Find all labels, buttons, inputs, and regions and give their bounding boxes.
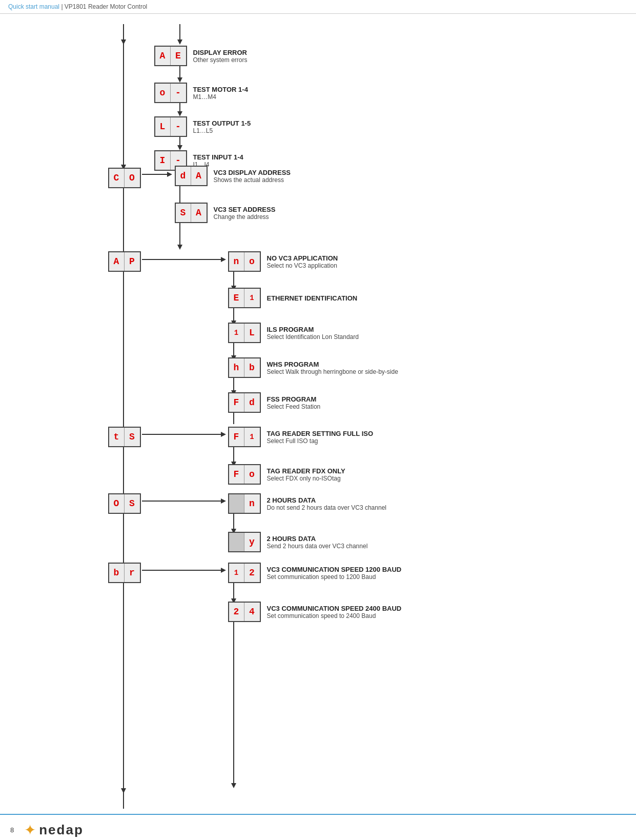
- 2hr-no-row: n 2 HOURS DATA Do not send 2 hours data …: [228, 493, 386, 514]
- fss-title: FSS PROGRAM: [267, 395, 321, 403]
- tag-full-seg: F 1: [228, 427, 261, 447]
- seg-cell-blank1: [229, 494, 244, 513]
- ethernet-row: E 1 ETHERNET IDENTIFICATION: [228, 288, 358, 308]
- seg-cell-2b: 2: [229, 603, 244, 621]
- nedap-brand-text: nedap: [39, 822, 84, 838]
- ts-seg: t S: [108, 427, 141, 447]
- seg-cell-blank2: [229, 533, 244, 551]
- test-output-seg: L -: [154, 116, 187, 137]
- baud2400-label: VC3 COMMUNICATION SPEED 2400 BAUD Set co…: [267, 605, 402, 619]
- nedap-star-icon: ✦: [24, 822, 36, 838]
- ils-title: ILS PROGRAM: [267, 326, 359, 333]
- ethernet-title: ETHERNET IDENTIFICATION: [267, 294, 358, 302]
- seg-cell-t: t: [109, 428, 125, 446]
- tag-fdx-row: F o TAG READER FDX ONLY Select FDX only …: [228, 464, 345, 485]
- tag-fdx-title: TAG READER FDX ONLY: [267, 467, 345, 475]
- co-seg: C O: [108, 168, 141, 188]
- seg-cell-S: S: [176, 204, 191, 222]
- seg-cell-h: h: [229, 358, 244, 377]
- display-error-sub: Other system errors: [193, 56, 248, 64]
- vc3-display-addr-title: VC3 DISPLAY ADDRESS: [214, 169, 291, 176]
- fss-sub: Select Feed Station: [267, 403, 321, 410]
- seg-cell-I: I: [155, 151, 171, 170]
- seg-cell-1d: 1: [229, 564, 244, 582]
- test-motor-label: TEST MOTOR 1-4 M1…M4: [193, 86, 248, 101]
- os-node-row: O S: [108, 493, 141, 514]
- br-node-row: b r: [108, 563, 141, 583]
- 2hr-no-sub: Do not send 2 hours data over VC3 channe…: [267, 504, 386, 511]
- baud2400-row: 2 4 VC3 COMMUNICATION SPEED 2400 BAUD Se…: [228, 602, 402, 622]
- baud2400-sub: Set communication speed to 2400 Baud: [267, 612, 402, 619]
- os-seg: O S: [108, 493, 141, 514]
- ethernet-label: ETHERNET IDENTIFICATION: [267, 294, 358, 302]
- vc3-set-addr-title: VC3 SET ADDRESS: [214, 206, 276, 213]
- vc3-display-addr-seg: d A: [175, 166, 208, 186]
- test-motor-row: o - TEST MOTOR 1-4 M1…M4: [154, 83, 248, 103]
- no-vc3-sub: Select no VC3 application: [267, 262, 338, 269]
- page-number: 8: [10, 826, 14, 834]
- seg-cell-d: d: [244, 393, 260, 412]
- seg-cell-A4: A: [109, 252, 125, 271]
- whs-label: WHS PROGRAM Select Walk through herringb…: [267, 361, 398, 375]
- test-output-label: TEST OUTPUT 1-5 L1…L5: [193, 119, 251, 134]
- test-motor-title: TEST MOTOR 1-4: [193, 86, 248, 93]
- seg-cell-F2: F: [229, 428, 244, 446]
- ethernet-seg: E 1: [228, 288, 261, 308]
- no-vc3-seg: n o: [228, 251, 261, 272]
- 2hr-yes-row: y 2 HOURS DATA Send 2 hours data over VC…: [228, 532, 368, 552]
- fss-label: FSS PROGRAM Select Feed Station: [267, 395, 321, 410]
- seg-cell-A2: A: [191, 167, 207, 185]
- header: Quick start manual | VP1801 Reader Motor…: [0, 0, 636, 14]
- ils-row: 1 L ILS PROGRAM Select Identification Lo…: [228, 323, 359, 343]
- ils-label: ILS PROGRAM Select Identification Lon St…: [267, 326, 359, 341]
- seg-cell-E: E: [171, 47, 186, 65]
- test-output-row: L - TEST OUTPUT 1-5 L1…L5: [154, 116, 251, 137]
- whs-seg: h b: [228, 357, 261, 378]
- main-content: A E DISPLAY ERROR Other system errors o …: [0, 14, 636, 840]
- seg-cell-A: A: [155, 47, 171, 65]
- 2hr-yes-label: 2 HOURS DATA Send 2 hours data over VC3 …: [267, 535, 368, 550]
- seg-cell-dash2: -: [171, 117, 186, 136]
- baud1200-label: VC3 COMMUNICATION SPEED 1200 BAUD Set co…: [267, 566, 402, 581]
- seg-cell-L: L: [155, 117, 171, 136]
- tag-fdx-sub: Select FDX only no-ISOtag: [267, 475, 345, 482]
- vc3-display-addr-row: d A VC3 DISPLAY ADDRESS Shows the actual…: [175, 166, 291, 186]
- header-link[interactable]: Quick start manual: [8, 3, 59, 10]
- vc3-set-addr-row: S A VC3 SET ADDRESS Change the address: [175, 203, 276, 223]
- seg-cell-o2: o: [244, 252, 260, 271]
- baud2400-title: VC3 COMMUNICATION SPEED 2400 BAUD: [267, 605, 402, 612]
- ts-node-row: t S: [108, 427, 141, 447]
- seg-cell-A3: A: [191, 204, 207, 222]
- seg-cell-O: O: [125, 169, 140, 187]
- seg-cell-S2: S: [125, 494, 140, 513]
- seg-cell-1b: 1: [229, 324, 244, 342]
- seg-cell-C: C: [109, 169, 125, 187]
- tag-full-label: TAG READER SETTING FULL ISO Select Full …: [267, 430, 374, 445]
- vc3-set-addr-label: VC3 SET ADDRESS Change the address: [214, 206, 276, 221]
- vc3-display-addr-sub: Shows the actual address: [214, 176, 291, 184]
- tag-full-row: F 1 TAG READER SETTING FULL ISO Select F…: [228, 427, 374, 447]
- tag-fdx-label: TAG READER FDX ONLY Select FDX only no-I…: [267, 467, 345, 482]
- no-vc3-label: NO VC3 APPLICATION Select no VC3 applica…: [267, 254, 338, 269]
- fss-row: F d FSS PROGRAM Select Feed Station: [228, 392, 321, 413]
- seg-cell-b: b: [109, 564, 125, 582]
- seg-cell-F: F: [229, 393, 244, 412]
- seg-cell-1c: 1: [244, 428, 260, 446]
- co-node-row: C O: [108, 168, 141, 188]
- display-error-label: DISPLAY ERROR Other system errors: [193, 49, 248, 64]
- seg-cell-d: d: [176, 167, 191, 185]
- seg-cell-S: S: [125, 428, 140, 446]
- no-vc3-title: NO VC3 APPLICATION: [267, 254, 338, 262]
- seg-cell-o3: o: [244, 465, 260, 484]
- seg-cell-F3: F: [229, 465, 244, 484]
- seg-cell-2: 2: [244, 564, 260, 582]
- fss-seg: F d: [228, 392, 261, 413]
- seg-cell-4: 4: [244, 603, 260, 621]
- ils-sub: Select Identification Lon Standard: [267, 333, 359, 341]
- seg-cell-n: n: [229, 252, 244, 271]
- ils-seg: 1 L: [228, 323, 261, 343]
- no-vc3-row: n o NO VC3 APPLICATION Select no VC3 app…: [228, 251, 338, 272]
- baud1200-sub: Set communication speed to 1200 Baud: [267, 573, 402, 581]
- seg-cell-E2: E: [229, 289, 244, 307]
- 2hr-yes-title: 2 HOURS DATA: [267, 535, 368, 543]
